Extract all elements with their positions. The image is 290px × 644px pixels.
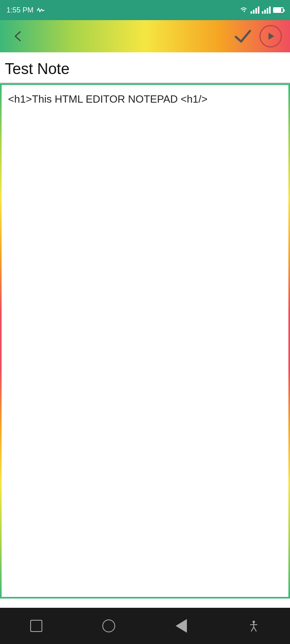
note-title-area: Test Note: [0, 52, 290, 83]
svg-line-4: [251, 627, 254, 631]
editor-wrapper: [0, 83, 290, 599]
signal-bars-2: [262, 6, 271, 14]
check-button[interactable]: [233, 26, 253, 46]
svg-marker-0: [269, 33, 274, 40]
back-icon: [176, 619, 187, 633]
toolbar-actions: [233, 25, 282, 47]
status-bar: 1:55 PM: [0, 0, 290, 20]
play-button[interactable]: [259, 25, 282, 47]
nav-recent-apps-button[interactable]: [20, 610, 52, 642]
navigation-bar: [0, 608, 290, 644]
home-icon: [102, 619, 115, 632]
accessibility-icon: [247, 619, 261, 633]
editor-textarea[interactable]: [2, 85, 288, 597]
status-time: 1:55 PM: [6, 6, 33, 14]
nav-home-button[interactable]: [93, 610, 125, 642]
svg-line-5: [254, 627, 256, 631]
back-button[interactable]: [8, 26, 28, 46]
status-icons: [239, 6, 284, 15]
signal-bars-1: [251, 6, 259, 14]
activity-icon: [37, 7, 45, 13]
editor-container: [2, 85, 288, 597]
wifi-icon: [239, 6, 248, 15]
note-title[interactable]: Test Note: [5, 60, 285, 78]
toolbar: [0, 20, 290, 52]
nav-back-button[interactable]: [165, 610, 197, 642]
battery-icon: [273, 7, 284, 13]
nav-accessibility-button[interactable]: [238, 610, 270, 642]
recent-apps-icon: [30, 620, 42, 632]
status-left: 1:55 PM: [6, 6, 45, 14]
